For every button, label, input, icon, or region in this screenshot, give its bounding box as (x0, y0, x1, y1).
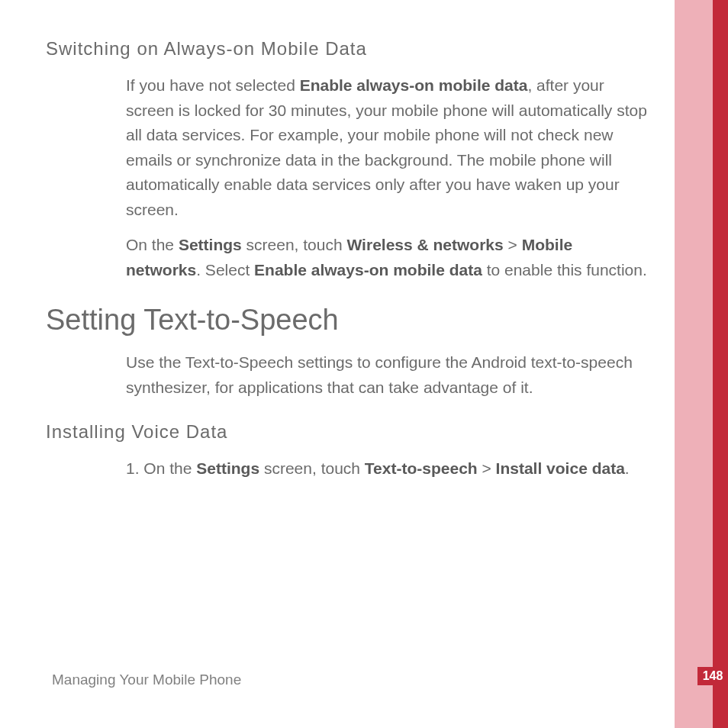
text: > (504, 236, 522, 253)
text: , after your screen is locked for 30 min… (126, 76, 647, 218)
bold-text: Settings (179, 236, 242, 253)
section2-body: Use the Text-to-Speech settings to confi… (126, 350, 649, 400)
text: screen, touch (259, 459, 365, 477)
section3-step-1: 1. On the Settings screen, touch Text-to… (126, 456, 649, 482)
text: If you have not selected (126, 76, 300, 94)
footer-chapter-title: Managing Your Mobile Phone (52, 672, 241, 688)
section2-paragraph-1: Use the Text-to-Speech settings to confi… (126, 350, 649, 400)
section1-paragraph-1: If you have not selected Enable always-o… (126, 73, 649, 222)
page-number: 148 (697, 667, 728, 685)
text: On the (143, 459, 196, 477)
text: screen, touch (242, 236, 347, 253)
text: . Select (196, 261, 254, 279)
sidebar-red-stripe (713, 0, 728, 728)
section3-body: 1. On the Settings screen, touch Text-to… (126, 456, 649, 482)
bold-text: Enable always-on mobile data (300, 76, 528, 94)
text: . (625, 459, 630, 477)
section1-paragraph-2: On the Settings screen, touch Wireless &… (126, 233, 649, 282)
sidebar-pink-stripe (675, 0, 713, 728)
text: > (478, 459, 496, 477)
section1-body: If you have not selected Enable always-o… (126, 73, 649, 282)
bold-text: Install voice data (496, 459, 625, 477)
page-content: Switching on Always-on Mobile Data If yo… (46, 38, 649, 492)
heading-installing-voice-data: Installing Voice Data (46, 421, 649, 443)
text: On the (126, 236, 179, 253)
bold-text: Text-to-speech (365, 459, 478, 477)
bold-text: Settings (196, 459, 259, 477)
bold-text: Wireless & networks (346, 236, 503, 253)
text: to enable this function. (482, 261, 647, 279)
bold-text: Enable always-on mobile data (254, 261, 482, 279)
heading-setting-text-to-speech: Setting Text-to-Speech (46, 304, 649, 337)
step-number: 1. (126, 459, 143, 477)
heading-always-on-mobile-data: Switching on Always-on Mobile Data (46, 38, 649, 60)
